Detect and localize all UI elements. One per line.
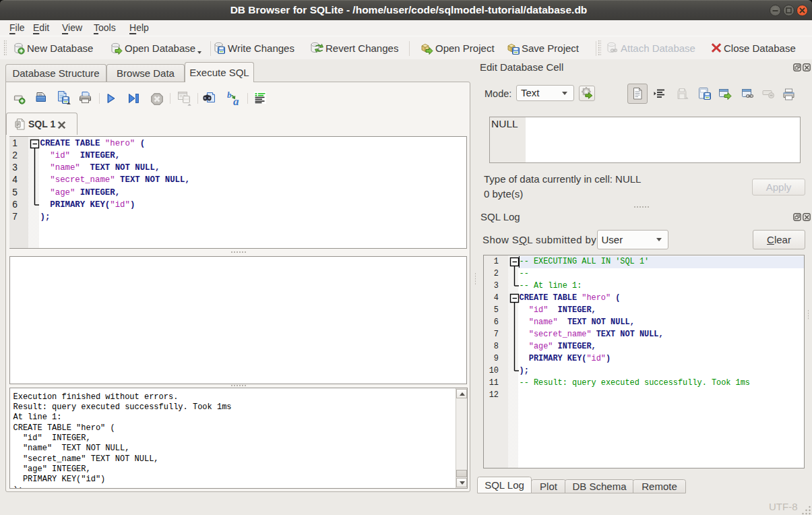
svg-text:b: b [227,90,232,100]
